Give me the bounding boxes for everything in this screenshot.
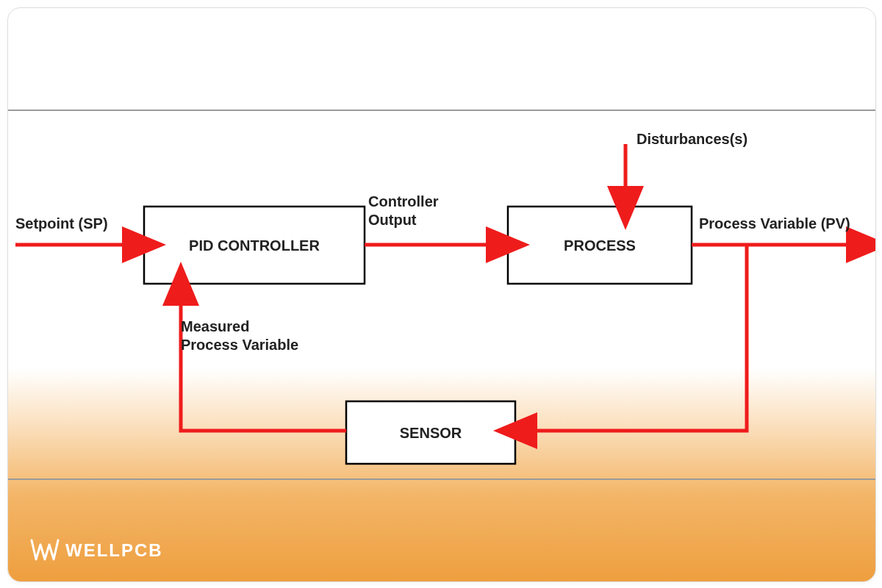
process-variable-label: Process Variable (PV) (699, 215, 850, 232)
wellpcb-logo-icon (30, 537, 60, 564)
disturbances-label: Disturbances(s) (637, 131, 747, 147)
brand-name: WELLPCB (65, 540, 163, 561)
controller-output-label-2: Output (368, 212, 417, 228)
divider-bottom (8, 478, 875, 480)
process-label: PROCESS (564, 237, 636, 254)
brand-logo: WELLPCB (30, 537, 163, 564)
diagram-card: PID CONTROLLER PROCESS SENSOR Setpoint (… (7, 7, 876, 582)
pid-control-loop-diagram: PID CONTROLLER PROCESS SENSOR Setpoint (… (8, 111, 875, 478)
measured-label-2: Process Variable (181, 337, 298, 353)
sensor-label: SENSOR (400, 425, 462, 441)
measured-label-1: Measured (181, 318, 249, 334)
setpoint-label: Setpoint (SP) (15, 215, 108, 232)
pid-controller-label: PID CONTROLLER (189, 237, 320, 254)
controller-output-label-1: Controller (368, 193, 439, 209)
